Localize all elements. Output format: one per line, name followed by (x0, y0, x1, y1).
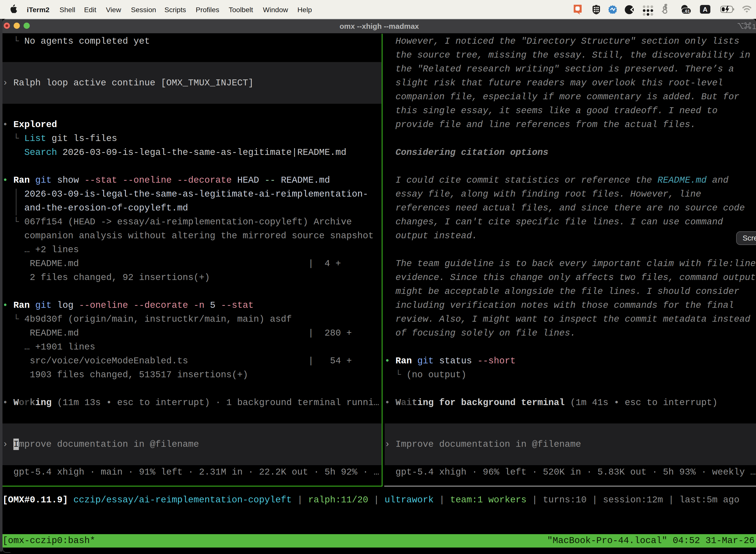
svg-text:..61: ..61 (683, 9, 690, 14)
svg-text:A: A (703, 6, 708, 13)
